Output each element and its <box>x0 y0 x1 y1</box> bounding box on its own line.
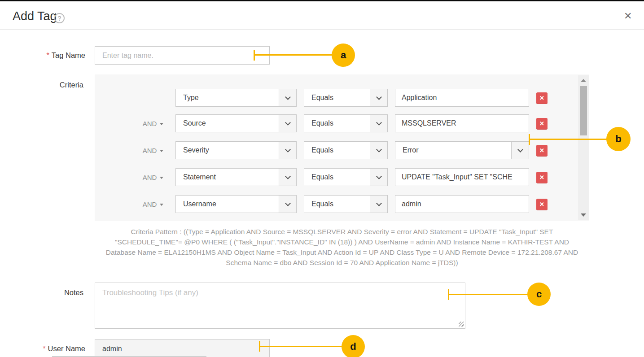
value-input[interactable] <box>395 168 529 186</box>
annotation-b-marker: b <box>606 127 631 151</box>
field-select[interactable]: Severity <box>175 141 297 159</box>
resize-handle[interactable] <box>459 322 464 327</box>
annotation-b-line <box>529 139 608 140</box>
chevron-down-icon <box>370 196 387 213</box>
value-select[interactable]: Error <box>395 141 529 159</box>
header-divider <box>0 29 644 30</box>
delete-criteria-button[interactable]: ✕ <box>536 92 548 104</box>
field-select[interactable]: Type <box>175 89 297 107</box>
chevron-down-icon <box>370 115 387 132</box>
field-select[interactable]: Statement <box>175 168 297 186</box>
criteria-panel: Type Equals ✕ AND Source Equals <box>95 74 589 221</box>
field-select[interactable]: Source <box>175 114 297 132</box>
chevron-down-icon <box>370 89 387 106</box>
chevron-down-icon <box>279 142 296 159</box>
required-asterisk: * <box>46 51 49 59</box>
add-tag-dialog: Add Tag ? ✕ *Tag Name Criteria Type Equa… <box>0 0 644 357</box>
caret-down-icon <box>160 177 163 179</box>
value-input[interactable] <box>395 89 529 107</box>
caret-down-icon <box>160 150 163 152</box>
criteria-row: Type Equals ✕ <box>95 89 589 107</box>
scrollbar-thumb[interactable] <box>580 86 587 135</box>
required-asterisk: * <box>43 344 45 353</box>
scroll-down-icon[interactable] <box>581 213 586 217</box>
user-name-input <box>95 339 270 357</box>
operator-select[interactable]: Equals <box>304 195 388 213</box>
join-operator-dropdown[interactable]: AND <box>137 195 169 213</box>
help-icon[interactable]: ? <box>54 13 65 23</box>
annotation-c-marker: c <box>527 283 551 306</box>
join-operator-dropdown[interactable]: AND <box>137 168 169 186</box>
notes-label: Notes <box>0 288 83 297</box>
annotation-a-marker: a <box>332 44 355 67</box>
chevron-down-icon <box>279 115 296 132</box>
operator-select[interactable]: Equals <box>304 141 388 159</box>
annotation-c-line <box>448 294 529 295</box>
annotation-d-marker: d <box>342 335 365 357</box>
criteria-row: AND Source Equals ✕ <box>95 114 589 132</box>
join-operator-dropdown[interactable]: AND <box>137 114 169 132</box>
tag-name-input[interactable] <box>95 46 270 65</box>
chevron-down-icon <box>370 142 387 159</box>
criteria-row: AND Username Equals ✕ <box>95 195 589 213</box>
scroll-up-icon[interactable] <box>581 79 586 82</box>
chevron-down-icon <box>511 142 529 159</box>
criteria-row: AND Statement Equals ✕ <box>95 168 589 186</box>
criteria-scrollbar[interactable] <box>578 75 589 220</box>
delete-criteria-button[interactable]: ✕ <box>536 118 548 129</box>
join-operator-dropdown[interactable]: AND <box>137 141 169 159</box>
tag-name-label: *Tag Name <box>0 51 85 60</box>
annotation-a-line <box>254 54 333 56</box>
delete-criteria-button[interactable]: ✕ <box>536 172 548 183</box>
chevron-down-icon <box>279 89 296 106</box>
criteria-pattern-text: Criteria Pattern : ((Type = Application … <box>100 226 584 268</box>
operator-select[interactable]: Equals <box>304 89 388 107</box>
value-input[interactable] <box>395 195 529 213</box>
operator-select[interactable]: Equals <box>304 168 388 186</box>
caret-down-icon <box>160 123 163 125</box>
annotation-d-line <box>259 346 342 347</box>
notes-textarea[interactable] <box>95 283 465 329</box>
delete-criteria-button[interactable]: ✕ <box>536 145 548 156</box>
field-select[interactable]: Username <box>175 195 297 213</box>
criteria-row: AND Severity Equals Error ✕ <box>95 141 589 159</box>
page-title: Add Tag <box>13 9 57 23</box>
operator-select[interactable]: Equals <box>304 114 388 132</box>
close-icon[interactable]: ✕ <box>624 11 632 21</box>
delete-criteria-button[interactable]: ✕ <box>536 199 548 210</box>
value-input[interactable] <box>395 114 529 132</box>
chevron-down-icon <box>279 169 296 186</box>
chevron-down-icon <box>370 169 387 186</box>
chevron-down-icon <box>279 196 296 213</box>
caret-down-icon <box>160 204 163 206</box>
criteria-label: Criteria <box>0 81 83 89</box>
user-name-label: *User Name <box>0 344 85 353</box>
